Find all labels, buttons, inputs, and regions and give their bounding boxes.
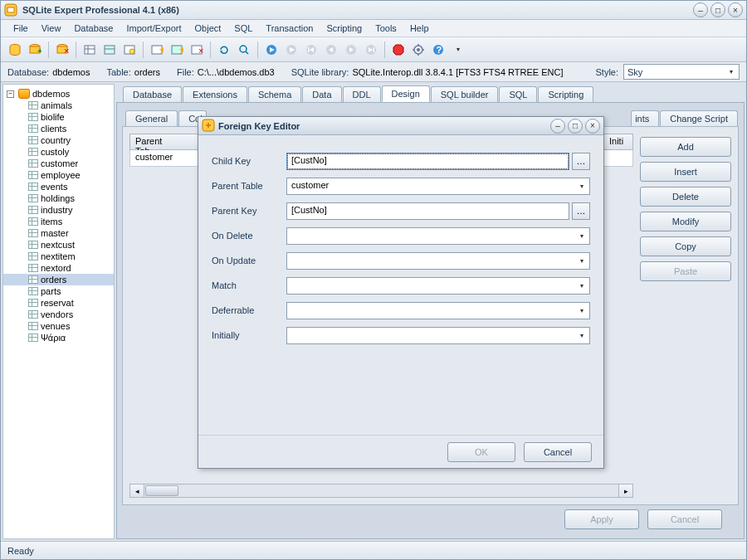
tab-change-script[interactable]: Change Script: [660, 110, 738, 126]
insert-button[interactable]: Insert: [640, 162, 731, 182]
tb-refresh-icon[interactable]: [215, 41, 233, 59]
menu-database[interactable]: Database: [68, 22, 119, 35]
tab-general[interactable]: General: [125, 110, 178, 126]
tree-item-vendors[interactable]: vendors: [3, 309, 114, 320]
col-initially[interactable]: Initi: [603, 134, 633, 150]
tab-schema[interactable]: Schema: [248, 86, 301, 102]
chevron-down-icon[interactable]: ▾: [576, 280, 588, 291]
tb-stop-icon[interactable]: [389, 41, 408, 59]
tree-item-animals[interactable]: animals: [3, 100, 114, 111]
tree-item-reservat[interactable]: reservat: [3, 297, 114, 309]
child-key-input[interactable]: [CustNo]: [286, 153, 569, 170]
tab-scripting[interactable]: Scripting: [538, 86, 593, 102]
child-key-browse-button[interactable]: …: [572, 153, 590, 170]
scroll-left-icon[interactable]: ◂: [130, 485, 144, 497]
tree-item-holdings[interactable]: holdings: [3, 192, 114, 204]
tab-sql-builder[interactable]: SQL builder: [431, 86, 499, 102]
cancel-button[interactable]: Cancel: [647, 509, 722, 529]
dialog-minimize-button[interactable]: –: [550, 119, 565, 134]
match-combo[interactable]: [286, 277, 590, 295]
tb-new-view-icon[interactable]: ★: [168, 41, 186, 59]
tab-extensions[interactable]: Extensions: [183, 86, 247, 102]
tb-index-icon[interactable]: [120, 41, 139, 59]
tb-open-db-icon[interactable]: +: [26, 41, 44, 59]
tree-item-industry[interactable]: industry: [3, 204, 114, 216]
tree-item-employee[interactable]: employee: [3, 169, 114, 181]
col-parent-table[interactable]: Parent Tab: [129, 134, 179, 150]
tb-help-icon[interactable]: ?: [429, 41, 447, 59]
parent-key-browse-button[interactable]: …: [572, 202, 590, 220]
tab-ddl[interactable]: DDL: [343, 86, 381, 102]
dialog-close-button[interactable]: ×: [585, 119, 600, 134]
tb-settings-icon[interactable]: [409, 41, 427, 59]
tb-run-step-icon[interactable]: [282, 41, 300, 59]
tree-item-clients[interactable]: clients: [3, 123, 114, 134]
on-delete-combo[interactable]: [286, 227, 590, 245]
style-combo[interactable]: Sky ▾: [623, 64, 740, 80]
tree-item-orders[interactable]: orders: [3, 274, 114, 285]
ok-button[interactable]: OK: [447, 442, 515, 462]
tab-sql[interactable]: SQL: [499, 86, 537, 102]
chevron-down-icon[interactable]: ▾: [576, 181, 588, 192]
scroll-thumb[interactable]: [145, 485, 178, 496]
tree-item-biolife[interactable]: biolife: [3, 111, 114, 123]
tb-drop-icon[interactable]: ×: [188, 41, 206, 59]
chevron-down-icon[interactable]: ▾: [576, 256, 588, 266]
tree-item-parts[interactable]: parts: [3, 285, 114, 297]
apply-button[interactable]: Apply: [564, 509, 639, 529]
menu-transaction[interactable]: Transaction: [260, 22, 319, 35]
tree-item-nextcust[interactable]: nextcust: [3, 239, 114, 251]
scroll-right-icon[interactable]: ▸: [618, 485, 632, 497]
tb-close-db-icon[interactable]: ×: [53, 41, 71, 59]
chevron-down-icon[interactable]: ▾: [576, 330, 588, 341]
menu-sql[interactable]: SQL: [228, 22, 258, 35]
menu-object[interactable]: Object: [189, 22, 227, 35]
tree-item-Ψάρια[interactable]: Ψάρια: [3, 332, 114, 343]
tree-item-customer[interactable]: customer: [3, 158, 114, 169]
tree-item-items[interactable]: items: [3, 216, 114, 227]
menu-file[interactable]: File: [7, 22, 34, 35]
menu-import-export[interactable]: Import/Export: [120, 22, 187, 35]
on-update-combo[interactable]: [286, 252, 590, 270]
chevron-down-icon[interactable]: ▾: [576, 305, 588, 316]
tb-table-icon[interactable]: [81, 41, 99, 59]
delete-button[interactable]: Delete: [640, 187, 731, 207]
tree-item-events[interactable]: events: [3, 181, 114, 192]
tb-dropdown-icon[interactable]: ▾: [449, 41, 467, 59]
tree-item-country[interactable]: country: [3, 134, 114, 146]
tree-item-nextitem[interactable]: nextitem: [3, 251, 114, 262]
deferrable-combo[interactable]: [286, 302, 590, 319]
copy-button[interactable]: Copy: [640, 236, 731, 256]
tb-skip-back-icon[interactable]: [302, 41, 320, 59]
tb-find-icon[interactable]: [235, 41, 253, 59]
parent-table-combo[interactable]: customer: [286, 178, 590, 195]
tb-view-icon[interactable]: [100, 41, 119, 59]
tab-ints-partial[interactable]: ints: [631, 110, 659, 126]
menu-scripting[interactable]: Scripting: [320, 22, 368, 35]
tb-new-table-icon[interactable]: ★: [148, 41, 166, 59]
tb-run-icon[interactable]: [262, 41, 281, 59]
tree-item-nextord[interactable]: nextord: [3, 262, 114, 274]
initially-combo[interactable]: [286, 327, 590, 344]
tab-design[interactable]: Design: [382, 85, 430, 102]
tree-item-custoly[interactable]: custoly: [3, 146, 114, 158]
tb-skip-fwd-icon[interactable]: [362, 41, 380, 59]
add-button[interactable]: Add: [640, 137, 731, 157]
modify-button[interactable]: Modify: [640, 212, 731, 231]
parent-key-input[interactable]: [CustNo]: [286, 202, 569, 220]
dialog-maximize-button[interactable]: □: [568, 119, 583, 134]
chevron-down-icon[interactable]: ▾: [576, 231, 588, 241]
tb-prev-icon[interactable]: [322, 41, 340, 59]
menu-view[interactable]: View: [36, 22, 67, 35]
horizontal-scrollbar[interactable]: ◂ ▸: [129, 484, 633, 498]
menu-tools[interactable]: Tools: [369, 22, 403, 35]
tree-root[interactable]: − dbdemos: [3, 88, 114, 100]
tree-item-master[interactable]: master: [3, 227, 114, 239]
dialog-cancel-button[interactable]: Cancel: [524, 442, 592, 462]
maximize-button[interactable]: □: [710, 2, 725, 17]
tree-item-venues[interactable]: venues: [3, 320, 114, 332]
tree-panel[interactable]: − dbdemos animalsbiolifeclientscountrycu…: [2, 84, 115, 539]
close-button[interactable]: ×: [728, 2, 743, 17]
paste-button[interactable]: Paste: [640, 261, 731, 281]
tab-data[interactable]: Data: [302, 86, 341, 102]
